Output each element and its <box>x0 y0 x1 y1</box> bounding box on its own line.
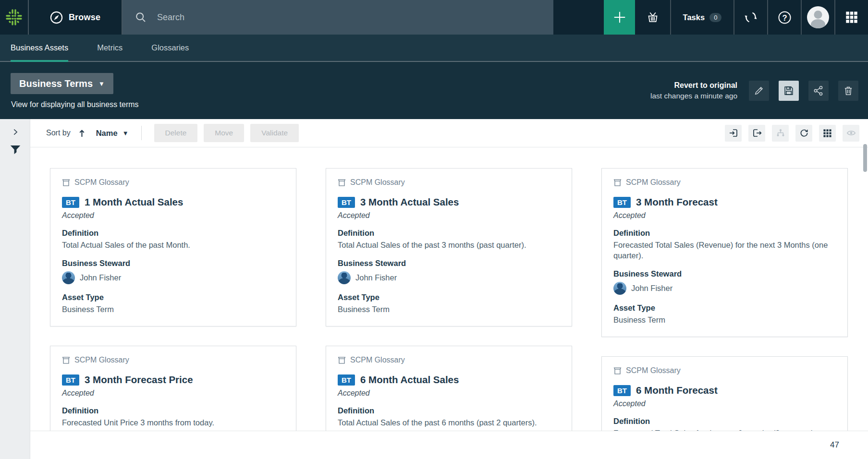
view-header-actions: Revert to original last changes a minute… <box>650 62 858 119</box>
app-window: Browse <box>0 0 868 459</box>
last-changes-text: last changes a minute ago <box>650 91 737 101</box>
asset-type-section: Asset Type Business Term <box>338 293 560 314</box>
glossary-name: SCPM Glossary <box>350 356 405 364</box>
app-launcher-button[interactable] <box>834 0 868 35</box>
edit-view-button[interactable] <box>749 81 769 101</box>
asset-title[interactable]: 6 Month Forecast <box>636 385 718 396</box>
tab-business-assets[interactable]: Business Assets <box>11 35 68 61</box>
section-tabbar: Business AssetsMetricsGlossaries <box>0 35 868 62</box>
steward-avatar <box>62 271 75 284</box>
grid-view-button[interactable] <box>819 125 836 142</box>
scrollbar-thumb[interactable] <box>863 144 867 172</box>
share-view-button[interactable] <box>808 81 829 101</box>
validate-button[interactable]: Validate <box>250 124 299 142</box>
asset-title[interactable]: 3 Month Forecast Price <box>85 374 193 386</box>
logo-button[interactable] <box>0 0 29 35</box>
steward-section: Business Steward John Fisher <box>613 269 836 295</box>
steward-row[interactable]: John Fisher <box>613 282 836 295</box>
glossary-name: SCPM Glossary <box>626 366 681 375</box>
glossary-name: SCPM Glossary <box>74 356 129 364</box>
steward-row[interactable]: John Fisher <box>338 271 560 284</box>
revert-to-original[interactable]: Revert to original last changes a minute… <box>650 80 737 101</box>
definition-value: Total Actual Sales of the past 6 months … <box>338 417 560 428</box>
asset-card[interactable]: SCPM Glossary BT 3 Month Forecast Accept… <box>601 168 848 337</box>
create-asset-button[interactable] <box>604 0 635 35</box>
result-count: 47 <box>830 440 839 450</box>
definition-value: Total Actual Sales of the past Month. <box>62 240 284 250</box>
steward-name: John Fisher <box>80 273 121 282</box>
tab-metrics[interactable]: Metrics <box>97 35 122 61</box>
compass-icon <box>50 11 63 24</box>
sort-field-value: Name <box>96 129 118 138</box>
steward-label: Business Steward <box>338 259 560 268</box>
definition-section: Definition Forecasted Unit Price 3 month… <box>62 406 284 428</box>
steward-name: John Fisher <box>355 273 397 282</box>
glossary-name: SCPM Glossary <box>74 178 129 187</box>
tasks-count-badge: 0 <box>709 13 721 22</box>
sort-field-dropdown[interactable]: Name ▼ <box>96 129 129 138</box>
export-button[interactable] <box>748 125 765 142</box>
asset-title[interactable]: 3 Month Forecast <box>636 196 718 208</box>
card-column: SCPM Glossary BT 3 Month Actual Sales Ac… <box>326 168 572 431</box>
hierarchy-view-button[interactable] <box>772 125 789 142</box>
chevron-down-icon: ▼ <box>98 80 105 87</box>
asset-card[interactable]: SCPM Glossary BT 6 Month Actual Sales Ac… <box>326 346 572 431</box>
delete-button[interactable]: Delete <box>154 124 198 142</box>
user-menu-button[interactable] <box>801 0 834 35</box>
topbar: Browse <box>0 0 868 35</box>
basket-icon <box>647 11 659 24</box>
move-button[interactable]: Move <box>204 124 244 142</box>
asset-title[interactable]: 1 Month Actual Sales <box>85 196 183 208</box>
definition-section: Definition Total Actual Sales of the pas… <box>338 406 560 428</box>
sort-by-label: Sort by <box>46 129 71 137</box>
definition-label: Definition <box>338 406 560 415</box>
asset-type-badge: BT <box>62 374 79 386</box>
tab-glossaries[interactable]: Glossaries <box>151 35 189 61</box>
glossary-icon <box>613 179 622 187</box>
steward-row[interactable]: John Fisher <box>62 271 284 284</box>
glossary-row: SCPM Glossary <box>338 178 560 187</box>
status-text: Accepted <box>338 211 560 220</box>
definition-value: Forecasted Unit Price 3 months from toda… <box>62 417 284 428</box>
sort-direction-button[interactable] <box>78 129 86 137</box>
asset-card[interactable]: SCPM Glossary BT 6 Month Forecast Accept… <box>601 356 848 431</box>
view-subtitle: View for displaying all business terms <box>11 100 139 109</box>
browse-button[interactable]: Browse <box>29 0 122 35</box>
share-icon <box>813 85 824 96</box>
save-view-button[interactable] <box>779 81 799 101</box>
eye-icon <box>846 128 856 138</box>
asset-card[interactable]: SCPM Glossary BT 1 Month Actual Sales Ac… <box>50 168 296 326</box>
expand-sidebar-button[interactable] <box>0 128 30 136</box>
filter-button[interactable] <box>0 144 30 156</box>
delete-view-button[interactable] <box>838 81 858 101</box>
asset-title[interactable]: 3 Month Actual Sales <box>360 196 459 208</box>
glossary-icon <box>62 356 70 364</box>
chevron-down-icon: ▼ <box>122 130 129 137</box>
import-button[interactable] <box>725 125 742 142</box>
asset-card[interactable]: SCPM Glossary BT 3 Month Actual Sales Ac… <box>326 168 572 326</box>
view-title: Business Terms <box>19 78 93 89</box>
refresh-button[interactable] <box>795 125 812 142</box>
topbar-actions: Tasks 0 ? <box>604 0 868 35</box>
tasks-button[interactable]: Tasks 0 <box>670 0 734 35</box>
search-bar[interactable] <box>122 0 553 35</box>
search-input[interactable] <box>157 12 541 23</box>
asset-type-badge: BT <box>613 385 631 396</box>
asset-type-badge: BT <box>338 374 355 386</box>
view-header: Business Terms ▼ View for displaying all… <box>0 62 868 119</box>
steward-label: Business Steward <box>613 269 836 278</box>
preview-button[interactable] <box>843 125 859 142</box>
glossary-icon <box>338 356 346 364</box>
glossary-row: SCPM Glossary <box>62 178 284 187</box>
asset-title[interactable]: 6 Month Actual Sales <box>360 374 459 386</box>
card-title-row: BT 3 Month Forecast <box>613 196 836 208</box>
asset-type-badge: BT <box>338 197 355 208</box>
glossary-icon <box>62 179 70 187</box>
asset-card[interactable]: SCPM Glossary BT 3 Month Forecast Price … <box>50 346 296 431</box>
basket-button[interactable] <box>635 0 670 35</box>
collibra-logo-icon <box>5 8 23 26</box>
view-selector-button[interactable]: Business Terms ▼ <box>11 73 113 94</box>
help-button[interactable]: ? <box>767 0 801 35</box>
sync-button[interactable] <box>734 0 767 35</box>
asset-type-section: Asset Type Business Term <box>62 293 284 314</box>
